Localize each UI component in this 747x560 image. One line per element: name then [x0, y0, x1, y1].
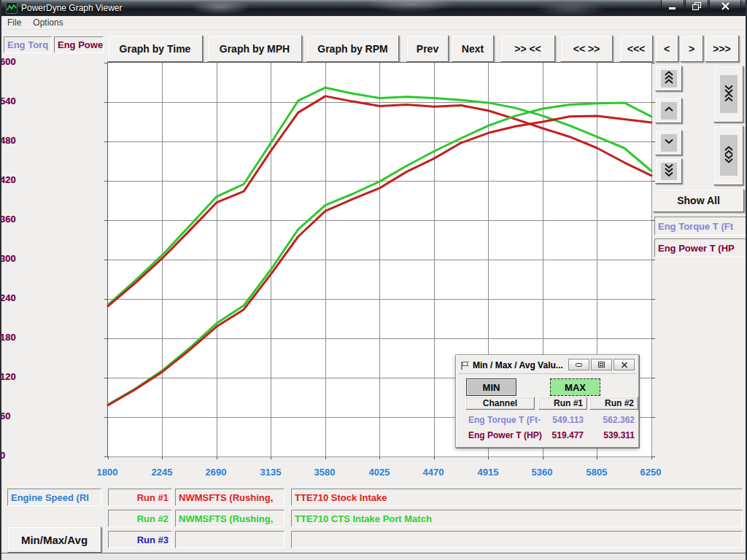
graph-by-mph-button[interactable]: Graph by MPH — [207, 35, 302, 62]
run3-label-box[interactable]: Run #3 — [108, 531, 172, 548]
y-tick-power-420: 420 — [0, 174, 102, 186]
dialog-column-run2-label: Run #2 — [605, 398, 634, 408]
y-tick-power-240: 240 — [0, 292, 102, 304]
chevron-icon — [723, 85, 735, 104]
dialog-row-torque-channel: Eng Torque T (Ft- — [468, 415, 541, 425]
run3-file-box[interactable] — [175, 531, 285, 548]
scroll-left-button[interactable]: < — [655, 35, 678, 62]
dialog-column-run1[interactable]: Run #1 — [538, 397, 587, 410]
minimize-button[interactable] — [661, 0, 684, 12]
run1-label: Run #1 — [137, 492, 169, 503]
x-tick-4470: 4470 — [423, 467, 444, 478]
minmax-dialog-titlebar[interactable]: Min / Max / Avg Valu... — [458, 357, 636, 374]
dialog-restore-button[interactable] — [591, 359, 612, 370]
graph-by-time-button[interactable]: Graph by Time — [107, 35, 203, 62]
dialog-column-channel-label: Channel — [483, 398, 517, 408]
x-tick-1800: 1800 — [97, 467, 118, 478]
prev-button[interactable]: Prev — [406, 35, 449, 62]
y-tick-power-120: 120 — [0, 371, 102, 383]
x-tick-3580: 3580 — [314, 467, 336, 478]
chevron-icon-pad — [720, 135, 738, 176]
y-axis-power-ticks: 060120180240300360420480540600 — [1, 62, 104, 456]
x-tick-2245: 2245 — [152, 467, 173, 478]
scroll-right-label: > — [689, 43, 694, 55]
run2-file-box[interactable]: NWMSFTS (Rushing, — [175, 510, 285, 527]
minmaxavg-button[interactable]: Min/Max/Avg — [7, 526, 101, 553]
menu-file[interactable]: File — [1, 18, 27, 28]
x-tick-4025: 4025 — [369, 467, 390, 478]
run2-desc-box[interactable]: TTE710 CTS Intake Port Match — [291, 510, 743, 527]
dialog-close-button[interactable] — [614, 359, 635, 370]
tab-eng-power[interactable]: Eng Powe — [54, 36, 104, 53]
run2-label-box[interactable]: Run #2 — [108, 510, 172, 527]
x-channel-label: Engine Speed (RI — [11, 492, 89, 503]
x-tick-5805: 5805 — [587, 467, 608, 478]
x-tick-3135: 3135 — [260, 467, 282, 478]
max-toggle-button[interactable]: MAX — [550, 378, 600, 396]
x-tick-4915: 4915 — [478, 467, 499, 478]
zoom-out-x-button[interactable]: << >> — [560, 35, 613, 62]
dialog-row-torque-run2-value: 562.362 — [591, 415, 635, 425]
channel-label-power[interactable]: Eng Power T (HP — [654, 238, 747, 257]
run1-desc-label: TTE710 Stock Intake — [295, 492, 387, 503]
dialog-row-power-channel: Eng Power T (HP) — [468, 430, 542, 440]
chevron-icon — [663, 106, 675, 114]
chevron-icon-pad — [661, 134, 677, 152]
x-tick-6250: 6250 — [640, 467, 662, 478]
channel-label-torque-text: Eng Torque T (Ft — [658, 221, 733, 232]
x-tick-5360: 5360 — [532, 467, 553, 478]
run1-desc-box[interactable]: TTE710 Stock Intake — [291, 489, 743, 506]
tab-eng-torque-label: Eng Torq — [7, 39, 48, 50]
dialog-minimize-icon — [575, 362, 583, 368]
y-tick-power-0: 0 — [0, 450, 102, 462]
x-tick-2690: 2690 — [206, 467, 227, 478]
scroll-far-left-button[interactable]: <<< — [619, 35, 653, 62]
tab-eng-torque[interactable]: Eng Torq — [4, 36, 52, 53]
next-label: Next — [462, 43, 484, 55]
minmaxavg-button-label: Min/Max/Avg — [21, 534, 88, 546]
pan-down-button[interactable] — [655, 130, 682, 155]
run1-label-box[interactable]: Run #1 — [108, 489, 172, 506]
y-tick-power-540: 540 — [0, 96, 102, 107]
zoom-in-x-label: >> << — [514, 43, 541, 55]
window-title: PowerDyne Graph Viewer — [21, 3, 123, 13]
chevron-icon-pad — [661, 70, 677, 88]
pan-up-fast-button[interactable] — [655, 66, 682, 91]
graph-by-mph-label: Graph by MPH — [220, 43, 290, 55]
run2-desc-label: TTE710 CTS Intake Port Match — [295, 513, 432, 524]
chevron-icon-pad — [661, 163, 677, 180]
run2-label: Run #2 — [137, 513, 169, 524]
menu-options[interactable]: Options — [27, 18, 69, 28]
scroll-right-button[interactable]: > — [680, 35, 703, 62]
x-channel-label-box[interactable]: Engine Speed (RI — [7, 489, 101, 506]
zoom-in-x-button[interactable]: >> << — [500, 35, 555, 62]
dialog-minimize-button[interactable] — [568, 359, 589, 370]
zoom-in-y-button[interactable] — [713, 66, 743, 122]
pan-up-button[interactable] — [655, 98, 682, 123]
chevron-icon — [663, 71, 675, 87]
prev-label: Prev — [417, 43, 438, 55]
graph-by-rpm-button[interactable]: Graph by RPM — [306, 35, 399, 62]
scroll-far-right-button[interactable]: >>> — [705, 35, 739, 62]
status-bar — [1, 553, 746, 560]
channel-label-torque[interactable]: Eng Torque T (Ft — [654, 217, 747, 236]
next-button[interactable]: Next — [452, 35, 494, 62]
restore-button[interactable] — [685, 0, 708, 12]
pan-down-fast-button[interactable] — [655, 158, 682, 184]
dialog-column-run2[interactable]: Run #2 — [589, 397, 638, 410]
close-button[interactable] — [709, 0, 741, 12]
zoom-out-y-button[interactable] — [713, 125, 743, 185]
y-tick-power-300: 300 — [0, 253, 102, 265]
graph-by-time-label: Graph by Time — [120, 43, 191, 55]
chevron-icon-pad — [720, 75, 738, 113]
max-toggle-label: MAX — [565, 382, 586, 393]
minimize-icon — [668, 3, 677, 9]
dialog-flag-icon — [460, 361, 470, 370]
y-tick-power-480: 480 — [0, 135, 102, 147]
run3-desc-box[interactable] — [291, 531, 743, 548]
show-all-button[interactable]: Show All — [653, 189, 744, 212]
run1-file-box[interactable]: NWMSFTS (Rushing, — [175, 489, 285, 506]
dialog-column-channel[interactable]: Channel — [465, 397, 535, 410]
y-tick-power-60: 60 — [0, 411, 102, 422]
min-toggle-button[interactable]: MIN — [466, 378, 516, 396]
